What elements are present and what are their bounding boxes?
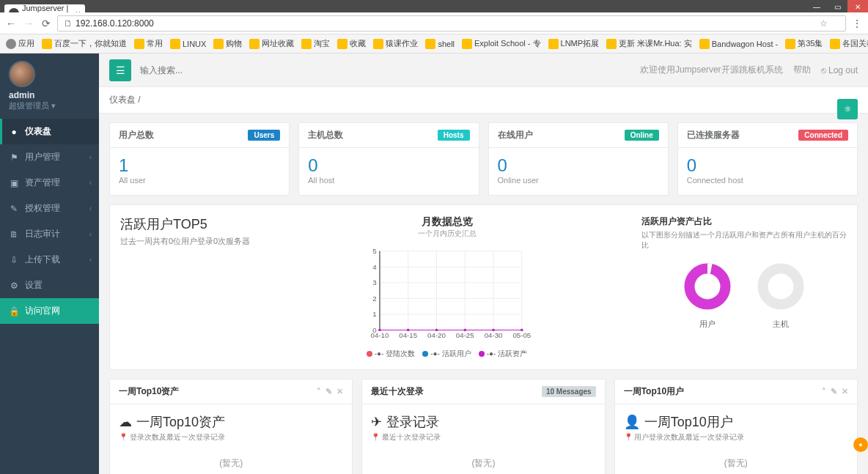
panel-title: ✈ 登录记录	[371, 413, 595, 431]
stat-label: Online user	[498, 176, 659, 185]
nav-icon: ⇩	[9, 255, 19, 265]
panel-empty: (暂无)	[119, 442, 343, 474]
nav-icon: 🗎	[9, 229, 19, 240]
legend-item: -●- 登陆次数	[367, 349, 415, 359]
wrench-icon[interactable]: ✎	[326, 387, 332, 396]
bookmark-item[interactable]: LINUX	[170, 39, 206, 49]
bookmarks-bar: 应用 百度一下，你就知道常用LINUX购物网址收藏淘宝收藏猿课作业shellEx…	[0, 34, 868, 53]
chevron-left-icon: ‹	[89, 179, 92, 187]
svg-point-43	[521, 329, 523, 331]
donut-hosts	[755, 261, 806, 312]
bookmark-item[interactable]: 收藏	[337, 38, 366, 49]
stat-box: 主机总数Hosts0All host	[298, 122, 479, 196]
top5-subtitle: 过去一周共有0位用户登录0次服务器	[120, 236, 252, 247]
sidebar-item-2[interactable]: ▣资产管理‹	[0, 170, 99, 196]
sidebar-item-3[interactable]: ✎授权管理‹	[0, 196, 99, 221]
star-icon[interactable]: ☆	[820, 18, 828, 29]
sidebar-username: admin	[9, 90, 90, 100]
nav-forward-icon[interactable]: →	[22, 18, 35, 29]
sidebar-item-5[interactable]: ⇩上传下载‹	[0, 247, 99, 273]
svg-text:1: 1	[372, 310, 376, 318]
bookmark-item[interactable]: 网址收藏	[249, 38, 294, 49]
stat-title: 在线用户	[498, 129, 533, 141]
panel-subtitle: 📍 最近十次登录记录	[371, 432, 595, 442]
menu-toggle-button[interactable]: ☰	[109, 59, 131, 81]
svg-text:5: 5	[372, 247, 376, 255]
stat-label: All host	[308, 176, 469, 185]
chevron-left-icon: ‹	[89, 256, 92, 264]
help-link[interactable]: 帮助	[793, 64, 811, 76]
svg-text:04-25: 04-25	[456, 331, 474, 339]
panel-subtitle: 📍 登录次数及最近一次登录记录	[119, 432, 343, 442]
bookmark-item[interactable]: 百度一下，你就知道	[42, 38, 127, 49]
bookmark-item[interactable]: 更新 米课Mr.Hua: 实	[606, 38, 692, 49]
top5-panel: 活跃用户TOP5 过去一周共有0位用户登录0次服务器	[120, 215, 252, 359]
close-icon[interactable]: ✕	[336, 387, 343, 396]
bookmark-item[interactable]: 猿课作业	[373, 38, 418, 49]
welcome-text: 欢迎使用Jumpserver开源跳板机系统	[640, 64, 783, 76]
panel-head: 一周Top10资产	[119, 385, 179, 398]
panel-icon: ✈	[371, 414, 382, 430]
nav-reload-icon[interactable]: ⟳	[40, 18, 53, 29]
donut-panel: 活跃用户资产占比 以下图形分别描述一个月活跃用户和资产占所有用户主机的百分比 用…	[641, 215, 847, 359]
share-button[interactable]: ⚛	[837, 99, 858, 119]
chevron-up-icon[interactable]: ˄	[317, 387, 321, 396]
bookmark-item[interactable]: 各国关税起征点及征	[830, 38, 868, 49]
browser-nav-bar: ← → ⟳ 🗋 192.168.0.120:8000 ☆ ⋮	[0, 12, 868, 34]
donut-users	[682, 261, 733, 312]
bookmark-item[interactable]: LNMP拓展	[548, 38, 600, 49]
svg-point-40	[435, 329, 438, 331]
bookmark-item[interactable]: Bandwagon Host -	[699, 39, 779, 49]
address-bar[interactable]: 🗋 192.168.0.120:8000 ☆	[57, 15, 846, 32]
bookmark-item[interactable]: 淘宝	[301, 38, 330, 49]
minimize-button[interactable]: —	[806, 0, 827, 13]
sidebar-item-7[interactable]: 🔒访问官网	[0, 298, 99, 324]
donut-users-label: 用户	[682, 319, 733, 330]
stat-value: 0	[498, 155, 659, 176]
svg-text:2: 2	[372, 295, 376, 303]
line-chart: 01234504-1004-1504-2004-2504-3005-05	[261, 243, 633, 346]
wrench-icon[interactable]: ✎	[831, 387, 837, 396]
bookmark-item[interactable]: shell	[425, 39, 455, 49]
bottom-panel: 一周Top10用户˄✎✕👤 一周Top10用户📍 用户登录次数及最近一次登录记录…	[614, 379, 858, 474]
sidebar-item-0[interactable]: ●仪表盘	[0, 119, 99, 144]
nav-icon: ✎	[9, 204, 19, 214]
chart-title: 月数据总览	[261, 215, 633, 229]
sidebar-item-1[interactable]: ⚑用户管理‹	[0, 144, 99, 170]
browser-chrome: Jumpserver | 开源跳板 × — ▭ ✕ ← → ⟳ 🗋 192.16…	[0, 0, 868, 34]
nav-icon: ⚙	[9, 281, 19, 291]
stat-title: 主机总数	[308, 129, 343, 141]
menu-icon[interactable]: ⋮	[850, 18, 864, 29]
avatar[interactable]	[9, 61, 35, 87]
svg-text:04-15: 04-15	[399, 331, 417, 339]
svg-text:04-10: 04-10	[371, 331, 389, 339]
bottom-panel: 一周Top10资产˄✎✕☁ 一周Top10资产📍 登录次数及最近一次登录记录(暂…	[109, 379, 353, 474]
panel-icon: 👤	[624, 414, 640, 430]
window-close-button[interactable]: ✕	[847, 0, 868, 13]
bookmark-item[interactable]: Exploit School - 专	[462, 38, 540, 49]
sidebar-item-4[interactable]: 🗎日志审计‹	[0, 221, 99, 247]
bookmark-item[interactable]: 购物	[213, 38, 242, 49]
stat-label: Connected host	[687, 176, 848, 185]
svg-point-41	[464, 329, 466, 331]
panel-subtitle: 📍 用户登录次数及最近一次登录记录	[624, 432, 848, 442]
chevron-up-icon[interactable]: ˄	[822, 387, 826, 396]
donut-subtitle: 以下图形分别描述一个月活跃用户和资产占所有用户主机的百分比	[641, 230, 847, 251]
stat-box: 用户总数Users1All user	[109, 122, 290, 196]
svg-point-46	[763, 269, 799, 305]
nav-back-icon[interactable]: ←	[4, 18, 18, 29]
close-icon[interactable]: ✕	[842, 387, 848, 396]
sidebar-role[interactable]: 超级管理员 ▾	[9, 100, 90, 111]
stat-badge: Connected	[798, 130, 848, 141]
bookmarks-apps[interactable]: 应用	[6, 38, 34, 49]
search-input[interactable]	[140, 59, 631, 81]
sidebar-item-6[interactable]: ⚙设置	[0, 273, 99, 298]
svg-text:04-20: 04-20	[427, 331, 446, 339]
logout-link[interactable]: ⎋ Log out	[821, 65, 858, 75]
window-controls: — ▭ ✕	[806, 0, 868, 13]
bookmark-item[interactable]: 常用	[134, 38, 163, 49]
bookmark-item[interactable]: 第35集	[785, 38, 823, 49]
maximize-button[interactable]: ▭	[827, 0, 847, 13]
donut-title: 活跃用户资产占比	[641, 215, 847, 228]
notification-bubble[interactable]: ●	[853, 437, 868, 452]
